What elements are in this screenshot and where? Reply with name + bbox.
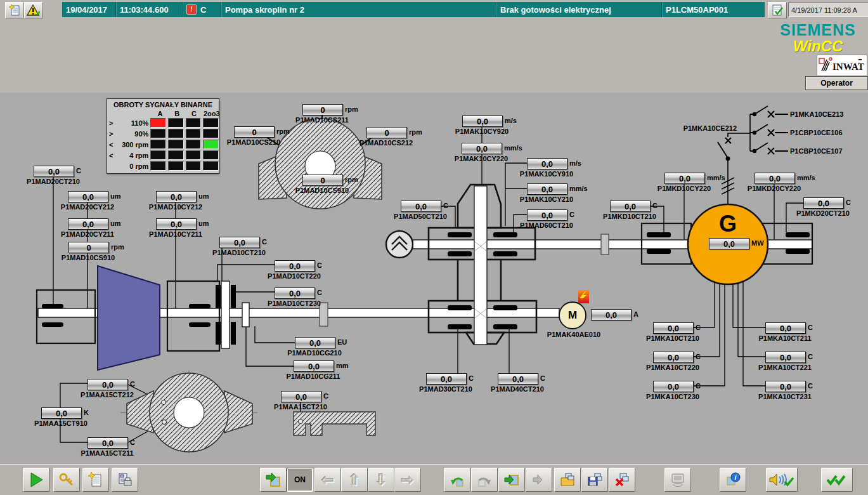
value-box: 0,0 bbox=[653, 381, 694, 392]
screen-in-button[interactable] bbox=[498, 468, 525, 492]
value-box: 0,0 bbox=[87, 379, 128, 390]
alarm-date: 19/04/2017 bbox=[62, 2, 115, 17]
binary-cell bbox=[168, 161, 184, 171]
siemens-logo: SIEMENS bbox=[770, 21, 866, 39]
sensor-P1MKD10CY220: 0,0mm/sP1MKD10CY220 bbox=[664, 173, 705, 184]
value-box: 0,0 bbox=[294, 360, 334, 372]
arrow-right-icon: ⇨ bbox=[401, 472, 415, 488]
confirm-icon bbox=[771, 4, 784, 16]
horn-ack-button[interactable] bbox=[766, 468, 798, 492]
double-check-icon bbox=[824, 472, 850, 488]
sensor-P1MAD10CG210: 0,0EUP1MAD10CG210 bbox=[295, 337, 335, 348]
value-box: 0,0 bbox=[275, 260, 315, 272]
binary-row: <300 rpm bbox=[107, 139, 219, 150]
sensor-P1MKA10CT230: 0,0CP1MKA10CT230 bbox=[653, 381, 694, 392]
switch-label-P1CBP10CE106: P1CBP10CE106 bbox=[790, 129, 843, 136]
info-icon: i bbox=[725, 472, 741, 488]
motor-letter: M bbox=[560, 309, 585, 322]
value-box: 0,0 bbox=[653, 322, 694, 334]
sensor-P1MAD10CS910: 0rpmP1MAD10CS910 bbox=[68, 242, 109, 253]
alarm-class: !C bbox=[182, 2, 221, 17]
new-window-button[interactable] bbox=[82, 468, 109, 492]
nav-up-button[interactable]: ⇧ bbox=[341, 468, 368, 492]
nav-left-button[interactable]: ⇦ bbox=[314, 468, 341, 492]
inwat-logo: INWAT bbox=[817, 55, 867, 76]
sensor-P1MAD10CS910-center: 0rpmP1MAD10CS910 bbox=[302, 175, 343, 186]
report-icon bbox=[8, 4, 21, 16]
password-button[interactable] bbox=[53, 468, 80, 492]
value-box: 0,0 bbox=[591, 309, 632, 320]
sensor-P1MKA10CT220: 0,0CP1MKA10CT220 bbox=[653, 352, 694, 363]
sensor-P1MAD10CS211: 0rpmP1MAD10CS211 bbox=[302, 104, 343, 116]
screen-select-button[interactable] bbox=[260, 468, 287, 492]
on-toggle-button[interactable]: ON bbox=[287, 468, 313, 492]
exit-screen-icon bbox=[531, 472, 547, 488]
open-screen-button[interactable] bbox=[554, 468, 581, 492]
ack-all-button[interactable] bbox=[821, 468, 853, 492]
value-box: 0,0 bbox=[295, 337, 335, 348]
alarm-warning-icon bbox=[27, 4, 41, 16]
binary-row: 0 rpm bbox=[107, 161, 219, 171]
value-box: 0,0 bbox=[275, 287, 315, 299]
motor-current-display: 0,0A bbox=[591, 309, 632, 320]
key-icon bbox=[58, 472, 75, 488]
value-box: 0 bbox=[234, 126, 275, 138]
sensor-P1MAD50CT210: 0,0CP1MAD50CT210 bbox=[401, 201, 441, 212]
system-clock: 4/19/2017 11:09:28 A bbox=[788, 3, 868, 17]
monitor-icon bbox=[670, 472, 686, 488]
binary-cell bbox=[168, 129, 184, 138]
binary-row: >90% bbox=[107, 128, 219, 139]
binary-cell bbox=[150, 129, 166, 138]
inwat-logo-icon: INWAT bbox=[818, 56, 866, 75]
value-box: 0,0 bbox=[498, 373, 538, 385]
arrow-up-icon: ⇧ bbox=[348, 472, 361, 488]
sensor-P1MAK10CY920: 0,0m/sP1MAK10CY920 bbox=[462, 116, 503, 127]
alarm-message-text: Pompa skroplin nr 2 bbox=[221, 2, 496, 17]
wincc-logo: WinCC bbox=[770, 37, 866, 55]
info-button[interactable]: i bbox=[720, 468, 746, 492]
sensor-P1MKD20CY220: 0,0mm/sP1MKD20CY220 bbox=[755, 173, 795, 184]
screen-arrow-icon bbox=[265, 472, 282, 488]
save-screen-button[interactable] bbox=[581, 468, 608, 492]
sensor-P1MAD10CT210: 0,0CP1MAD10CT210 bbox=[219, 237, 260, 248]
sensor-P1MKA10CT211: 0,0CP1MKA10CT211 bbox=[765, 322, 806, 334]
arrow-left-icon: ⇦ bbox=[321, 472, 335, 488]
binary-cell bbox=[203, 161, 219, 171]
alarm-line-bar: 19/04/2017 11:03:44.600 !C Pompa skropli… bbox=[0, 0, 868, 19]
delete-x-icon bbox=[614, 472, 630, 488]
report-list-button[interactable] bbox=[5, 2, 24, 18]
monitor-button[interactable] bbox=[664, 468, 691, 492]
sensor-P1MAD60CT210: 0,0CP1MAD60CT210 bbox=[527, 209, 567, 221]
alarm-time: 11:03:44.600 bbox=[115, 2, 182, 17]
alarm-ack-button[interactable] bbox=[24, 2, 43, 18]
screen-out-button[interactable] bbox=[526, 468, 552, 492]
value-box: 0,0 bbox=[426, 373, 467, 385]
nav-right-button[interactable]: ⇨ bbox=[394, 468, 421, 492]
screen-forward-button[interactable] bbox=[471, 468, 498, 492]
runtime-toolbar: ON ⇦ ⇧ ⇩ ⇨ i bbox=[0, 464, 868, 495]
value-box: 0,0 bbox=[156, 191, 197, 202]
value-box: 0,0 bbox=[765, 322, 806, 334]
binary-cell bbox=[203, 150, 219, 160]
sensor-P1MAA15CT211: 0,0CP1MAA15CT211 bbox=[87, 437, 128, 449]
alarm-confirm-button[interactable] bbox=[768, 2, 787, 18]
print-report-button[interactable] bbox=[112, 468, 138, 492]
nav-down-button[interactable]: ⇩ bbox=[368, 468, 394, 492]
sensor-P1MAA15CT910: 0,0KP1MAA15CT910 bbox=[41, 407, 82, 419]
sensor-P1MAD20CT210: 0,0CP1MAD20CT210 bbox=[34, 166, 74, 177]
motor-tag-label: P1MAK40AE010 bbox=[536, 331, 612, 338]
sensor-P1MAD10CG211: 0,0mmP1MAD10CG211 bbox=[294, 360, 334, 372]
delete-screen-button[interactable] bbox=[609, 468, 635, 492]
switch-label-P1MKA10CE213: P1MKA10CE213 bbox=[790, 110, 843, 118]
alarm-status-text: Brak gotowości elektrycznej bbox=[496, 2, 661, 17]
value-box: 0,0 bbox=[803, 197, 844, 209]
screen-back-button[interactable] bbox=[444, 468, 470, 492]
value-box: 0,0 bbox=[765, 381, 806, 392]
value-box: 0,0 bbox=[219, 237, 260, 248]
svg-text:INWAT: INWAT bbox=[832, 62, 864, 72]
sensor-P1MKA10CT210: 0,0CP1MKA10CT210 bbox=[653, 322, 694, 334]
start-button[interactable] bbox=[23, 468, 49, 492]
sensor-P1MAD30CT210: 0,0CP1MAD30CT210 bbox=[426, 373, 467, 385]
value-box: 0 bbox=[366, 127, 407, 138]
value-box: 0,0 bbox=[653, 352, 694, 363]
